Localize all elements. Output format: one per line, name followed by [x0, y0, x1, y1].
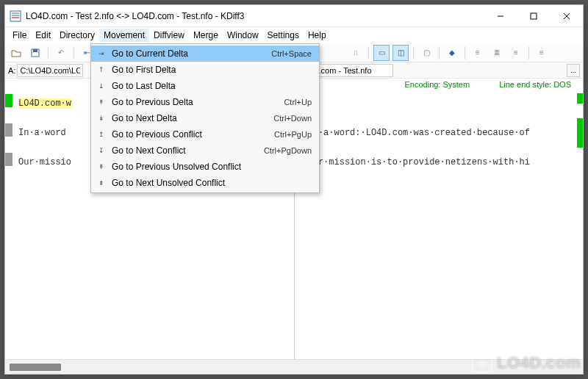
menu-directory[interactable]: Directory: [55, 29, 99, 42]
menu-item-label: Go to Current Delta: [109, 48, 271, 59]
menu-item-shortcut: Ctrl+Down: [273, 114, 312, 123]
menu-item-label: Go to Previous Delta: [109, 97, 284, 107]
menu-item-icon: ⇞: [94, 161, 109, 173]
menu-merge[interactable]: Merge: [189, 29, 223, 42]
menu-item-label: Go to Next Unsolved Conflict: [109, 178, 312, 188]
statusbar: [5, 359, 583, 374]
diamond-icon[interactable]: ◆: [444, 45, 460, 61]
menu-edit[interactable]: Edit: [31, 29, 55, 42]
window-title: LO4D.com - Test 2.nfo <-> LO4D.com - Tes…: [26, 11, 484, 21]
menu-item-shortcut: Ctrl+PgUp: [274, 130, 312, 139]
menu-item[interactable]: ⤒Go to First Delta: [91, 62, 319, 78]
menu-item-icon: ↟: [94, 96, 109, 108]
toolbar-separator: [48, 46, 49, 59]
bars-icon[interactable]: ≡: [508, 45, 524, 61]
menu-item[interactable]: ⇟Go to Next Unsolved Conflict: [91, 175, 319, 191]
line-end-label: Line end style: DOS: [499, 80, 571, 92]
menu-item[interactable]: ↡Go to Next DeltaCtrl+Down: [91, 110, 319, 126]
gutter-left: [5, 93, 14, 173]
toolbar-separator: [74, 46, 74, 59]
split-horiz-icon[interactable]: ▭: [373, 45, 390, 61]
diff-line: [295, 140, 584, 155]
movement-menu: ⇥Go to Current DeltaCtrl+Space⤒Go to Fir…: [90, 43, 320, 193]
menu-file[interactable]: File: [8, 29, 31, 42]
menu-item-label: Go to First Delta: [109, 65, 312, 75]
menu-item-icon: ⤓: [94, 80, 109, 92]
menu-window[interactable]: Window: [223, 29, 263, 42]
path-more-button[interactable]: ...: [567, 64, 580, 77]
menu-help[interactable]: Help: [304, 29, 331, 42]
menu-item-icon: ⇟: [94, 177, 109, 189]
menu-item[interactable]: ↧Go to Next ConflictCtrl+PgDown: [91, 142, 319, 159]
svg-rect-9: [33, 49, 37, 52]
toolbar-icon[interactable]: ⎍: [348, 45, 364, 61]
toolbar-separator: [528, 46, 529, 59]
bars-icon[interactable]: ≣: [489, 45, 505, 61]
menu-settings[interactable]: Settings: [263, 29, 304, 42]
toolbar-separator: [413, 46, 414, 59]
svg-rect-5: [531, 13, 537, 19]
menu-item-label: Go to Last Delta: [109, 81, 312, 91]
menu-item[interactable]: ↟Go to Previous DeltaCtrl+Up: [91, 94, 319, 110]
minimize-button[interactable]: [484, 5, 517, 26]
overview-gutter[interactable]: [577, 79, 583, 359]
menu-item-label: Go to Previous Unsolved Conflict: [109, 162, 312, 172]
menu-movement[interactable]: Movement: [99, 29, 149, 42]
path-input-a[interactable]: [17, 64, 83, 77]
diff-line: In·a·word:·LO4D.com·was·created·because·…: [295, 126, 584, 140]
path-label-a: A:: [8, 66, 15, 75]
maximize-button[interactable]: [517, 5, 550, 26]
encoding-label: Encoding: System: [405, 80, 470, 92]
app-window: LO4D.com - Test 2.nfo <-> LO4D.com - Tes…: [4, 4, 584, 375]
menu-item-shortcut: Ctrl+Up: [284, 98, 312, 107]
close-button[interactable]: [550, 5, 583, 26]
menu-item-shortcut: Ctrl+Space: [271, 49, 312, 58]
menubar: FileEditDirectoryMovementDiffviewMergeWi…: [5, 27, 583, 43]
status-segment: [10, 364, 61, 371]
menu-diffview[interactable]: Diffview: [149, 29, 189, 42]
pane-header-right: Encoding: System Line end style: DOS: [295, 79, 584, 93]
menu-item[interactable]: ⇥Go to Current DeltaCtrl+Space: [91, 46, 319, 62]
diff-line: Our·mission·is·to·provide·netizens·with·…: [295, 155, 584, 170]
menu-item[interactable]: ↥Go to Previous ConflictCtrl+PgUp: [91, 126, 319, 142]
menu-item-icon: ↧: [94, 145, 109, 156]
menu-item-label: Go to Next Delta: [109, 113, 273, 123]
app-icon: [10, 10, 21, 22]
titlebar: LO4D.com - Test 2.nfo <-> LO4D.com - Tes…: [5, 5, 583, 27]
split-vert-icon[interactable]: ◫: [392, 45, 409, 61]
menu-item-icon: ↥: [94, 129, 109, 140]
toolbar-icon[interactable]: ▢: [418, 45, 434, 61]
menu-item-icon: ⇥: [94, 48, 109, 59]
save-icon[interactable]: [27, 45, 43, 61]
menu-item-icon: ↡: [94, 112, 109, 124]
window-controls: [484, 5, 583, 26]
menu-item[interactable]: ⇞Go to Previous Unsolved Conflict: [91, 159, 319, 175]
diff-line: [295, 96, 584, 111]
svg-rect-0: [10, 11, 21, 21]
toolbar-separator: [439, 46, 440, 59]
menu-item-label: Go to Next Conflict: [109, 145, 264, 156]
open-icon[interactable]: [8, 45, 24, 61]
toolbar-separator: [465, 46, 465, 59]
undo-icon[interactable]: ↶: [53, 45, 69, 61]
pane-right[interactable]: Encoding: System Line end style: DOS In·…: [294, 79, 584, 359]
bars-icon[interactable]: ≡: [534, 45, 550, 61]
toolbar-separator: [368, 46, 369, 59]
diff-line: [295, 111, 584, 126]
menu-item-icon: ⤒: [94, 64, 109, 76]
menu-item[interactable]: ⤓Go to Last Delta: [91, 78, 319, 94]
menu-item-shortcut: Ctrl+PgDown: [264, 146, 312, 155]
menu-item-label: Go to Previous Conflict: [109, 129, 274, 140]
bars-icon[interactable]: ≡: [470, 45, 486, 61]
pane-body-right: In·a·word:·LO4D.com·was·created·because·…: [295, 93, 584, 173]
